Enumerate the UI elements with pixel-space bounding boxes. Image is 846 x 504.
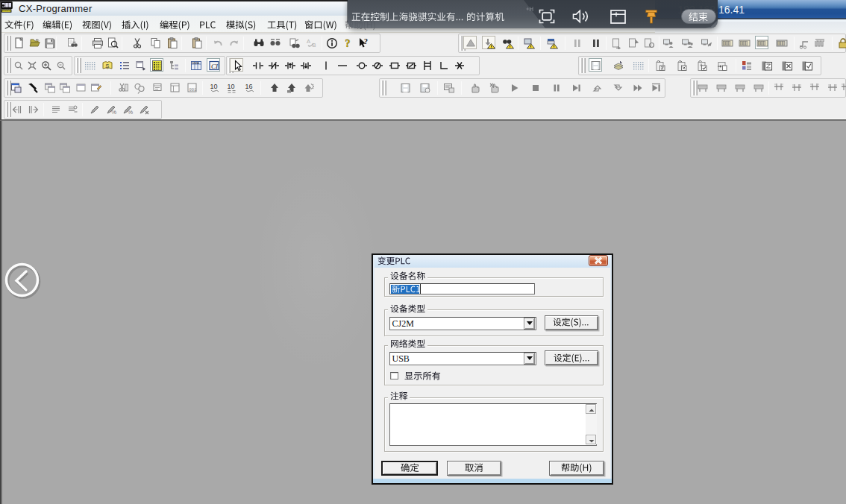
svg-text:10: 10	[210, 83, 218, 90]
svg-text:S: S	[106, 63, 110, 69]
svg-text:16: 16	[245, 83, 253, 90]
svg-text:B: B	[313, 42, 316, 48]
svg-text:001: 001	[189, 87, 198, 92]
svg-text:?: ?	[364, 37, 368, 45]
svg-text:CI: CI	[211, 63, 219, 70]
svg-text:?: ?	[345, 38, 351, 49]
svg-text:10: 10	[228, 83, 235, 90]
svg-text:%: %	[111, 109, 116, 116]
svg-text:A: A	[307, 38, 310, 45]
svg-text:%: %	[128, 109, 133, 116]
svg-text:SMA: SMA	[192, 61, 199, 65]
